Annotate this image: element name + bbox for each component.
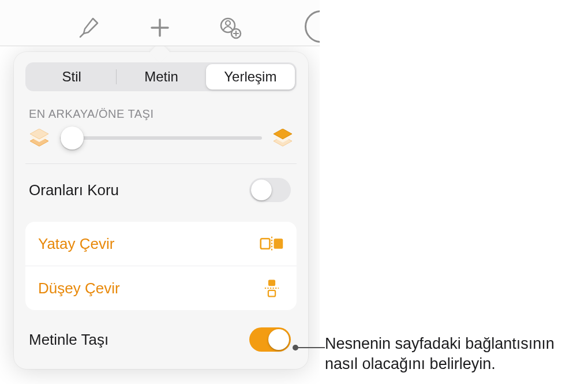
callout-leader-line	[293, 347, 325, 348]
flip-horizontal-button[interactable]: Yatay Çevir	[25, 222, 297, 266]
constrain-proportions-toggle[interactable]	[249, 178, 291, 202]
flip-vertical-icon	[260, 279, 284, 297]
section-label-backfront: EN ARKAYA/ÖNE TAŞI	[29, 107, 293, 121]
callout-text: Nesnenin sayfadaki bağlantısının nasıl o…	[325, 334, 579, 374]
flip-vertical-button[interactable]: Düşey Çevir	[25, 266, 297, 310]
svg-rect-3	[261, 238, 270, 249]
format-button[interactable]	[77, 15, 102, 40]
tab-arrange[interactable]: Yerleşim	[206, 64, 295, 90]
format-popover: Stil Metin Yerleşim EN ARKAYA/ÖNE TAŞI O…	[14, 52, 308, 369]
send-to-back-icon[interactable]	[29, 129, 50, 147]
svg-rect-7	[268, 290, 275, 297]
flip-vertical-label: Düşey Çevir	[38, 279, 120, 297]
constrain-proportions-row: Oranları Koru	[25, 164, 297, 216]
flip-horizontal-icon	[260, 234, 284, 253]
partial-button[interactable]	[305, 10, 320, 43]
svg-point-1	[226, 21, 230, 25]
layer-order-control	[25, 129, 297, 164]
move-with-text-label: Metinle Taşı	[29, 331, 108, 349]
svg-rect-6	[268, 280, 275, 286]
format-tabs: Stil Metin Yerleşim	[25, 62, 297, 91]
collaborate-icon	[219, 16, 242, 39]
insert-button[interactable]	[147, 15, 173, 40]
flip-controls: Yatay Çevir Düşey Çevir	[25, 222, 297, 310]
toolbar	[0, 0, 320, 46]
tab-style[interactable]: Stil	[27, 64, 116, 90]
constrain-proportions-label: Oranları Koru	[29, 181, 119, 199]
move-with-text-toggle[interactable]	[249, 327, 291, 352]
tab-text[interactable]: Metin	[117, 64, 205, 90]
flip-horizontal-label: Yatay Çevir	[38, 235, 114, 253]
svg-rect-4	[274, 238, 283, 249]
plus-icon	[148, 16, 171, 39]
collaborate-button[interactable]	[218, 15, 243, 40]
bring-to-front-icon[interactable]	[272, 129, 293, 147]
layer-order-slider[interactable]	[60, 136, 262, 140]
paintbrush-icon	[78, 16, 101, 39]
slider-thumb[interactable]	[61, 126, 84, 150]
move-with-text-row: Metinle Taşı	[25, 314, 297, 369]
